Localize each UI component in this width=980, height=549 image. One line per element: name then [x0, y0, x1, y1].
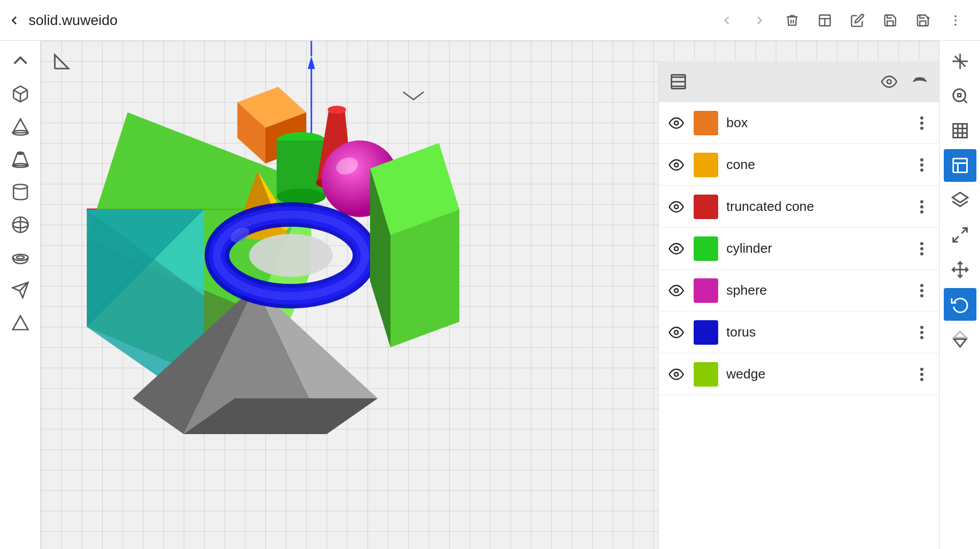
visibility-eye[interactable] — [667, 240, 685, 258]
object-color-swatch — [694, 278, 718, 303]
object-name: cylinder — [726, 241, 904, 256]
back-button[interactable] — [0, 6, 29, 35]
object-name: torus — [726, 324, 904, 340]
torus-tool-button[interactable] — [5, 242, 36, 273]
axis-view-button[interactable] — [944, 45, 976, 78]
panel-eye-button[interactable] — [878, 70, 900, 93]
cylinder-tool-button[interactable] — [5, 177, 36, 207]
visibility-eye[interactable] — [667, 198, 685, 216]
object-panel: box cone truncated cone cylinder sphere … — [658, 61, 939, 549]
object-name: truncated cone — [726, 199, 904, 214]
visibility-eye[interactable] — [667, 156, 685, 174]
svg-point-82 — [920, 289, 923, 292]
canvas-area[interactable]: box cone truncated cone cylinder sphere … — [41, 41, 939, 549]
svg-rect-96 — [958, 94, 961, 97]
svg-point-76 — [674, 247, 678, 251]
object-more-button[interactable] — [913, 198, 931, 216]
fit-screen-button[interactable] — [944, 219, 976, 251]
svg-marker-112 — [954, 331, 966, 338]
object-row[interactable]: cylinder — [659, 228, 939, 270]
svg-point-67 — [920, 126, 923, 129]
svg-point-69 — [920, 158, 923, 161]
object-color-swatch — [694, 153, 718, 177]
layers-panel-button[interactable] — [944, 149, 976, 182]
save-button[interactable] — [876, 6, 904, 35]
angle-icon[interactable] — [51, 51, 74, 78]
object-row[interactable]: wedge — [659, 353, 939, 395]
svg-point-68 — [674, 163, 678, 167]
object-name: wedge — [726, 366, 904, 382]
object-row[interactable]: box — [659, 102, 939, 144]
svg-point-91 — [920, 377, 923, 380]
svg-point-77 — [920, 242, 923, 245]
app-title: solid.wuweido — [29, 12, 713, 29]
svg-point-74 — [920, 205, 923, 208]
visibility-eye[interactable] — [667, 323, 685, 342]
object-row[interactable]: truncated cone — [659, 186, 939, 228]
object-row[interactable]: cone — [659, 144, 939, 186]
arrow-tool-button[interactable] — [5, 275, 36, 305]
svg-marker-21 — [13, 316, 28, 330]
nav-back-button[interactable] — [713, 6, 741, 35]
svg-point-81 — [920, 283, 923, 287]
svg-point-6 — [954, 19, 957, 21]
object-more-button[interactable] — [913, 114, 931, 132]
object-more-button[interactable] — [913, 240, 931, 258]
add-panel-button[interactable] — [811, 6, 839, 35]
svg-point-18 — [16, 256, 24, 259]
svg-point-84 — [674, 330, 678, 335]
svg-point-89 — [920, 367, 923, 370]
more-options-button[interactable] — [941, 6, 970, 35]
svg-point-95 — [953, 89, 965, 102]
svg-point-13 — [13, 184, 27, 189]
collapse-up-button[interactable] — [5, 46, 36, 77]
object-more-button[interactable] — [913, 156, 931, 174]
object-color-swatch — [694, 111, 718, 135]
object-list: box cone truncated cone cylinder sphere … — [659, 102, 939, 395]
truncated-cone-tool-button[interactable] — [5, 144, 36, 175]
svg-line-97 — [963, 100, 967, 103]
panel-header — [659, 61, 939, 102]
cone-tool-button[interactable] — [5, 111, 36, 142]
wedge-tool-button[interactable] — [5, 307, 36, 338]
svg-point-66 — [920, 121, 923, 124]
search-view-button[interactable] — [944, 80, 976, 112]
visibility-eye[interactable] — [667, 281, 685, 300]
object-more-button[interactable] — [913, 323, 931, 342]
object-more-button[interactable] — [913, 365, 931, 384]
panel-list-icon — [667, 70, 690, 93]
object-name: sphere — [726, 282, 904, 298]
panel-close-button[interactable] — [909, 70, 931, 93]
edit-button[interactable] — [843, 6, 872, 35]
object-row[interactable]: torus — [659, 312, 939, 353]
visibility-eye[interactable] — [667, 114, 685, 132]
object-color-swatch — [694, 320, 718, 345]
object-color-swatch — [694, 236, 718, 261]
box-tool-button[interactable] — [5, 79, 36, 109]
svg-line-108 — [953, 236, 959, 242]
nav-forward-button[interactable] — [745, 6, 774, 35]
sphere-tool-button[interactable] — [5, 209, 36, 240]
svg-point-80 — [674, 289, 678, 293]
move-tool-button[interactable] — [944, 253, 976, 286]
stacked-layers-button[interactable] — [944, 184, 976, 217]
svg-point-37 — [277, 188, 326, 205]
object-row[interactable]: sphere — [659, 270, 939, 312]
svg-point-75 — [920, 210, 923, 213]
save-plus-button[interactable] — [909, 6, 937, 35]
right-sidebar — [939, 41, 980, 549]
arrow-down-button[interactable] — [944, 323, 976, 355]
svg-point-83 — [920, 294, 923, 297]
object-name: cone — [726, 157, 904, 173]
svg-rect-98 — [953, 124, 967, 138]
svg-point-86 — [920, 330, 923, 333]
svg-marker-23 — [308, 56, 315, 69]
grid-button[interactable] — [944, 114, 976, 147]
topbar: solid.wuweido — [0, 0, 980, 41]
delete-button[interactable] — [778, 6, 806, 35]
object-more-button[interactable] — [913, 281, 931, 300]
visibility-eye[interactable] — [667, 365, 685, 384]
rotate-tool-button[interactable] — [944, 288, 976, 321]
svg-line-107 — [962, 228, 967, 234]
svg-point-78 — [920, 247, 923, 250]
